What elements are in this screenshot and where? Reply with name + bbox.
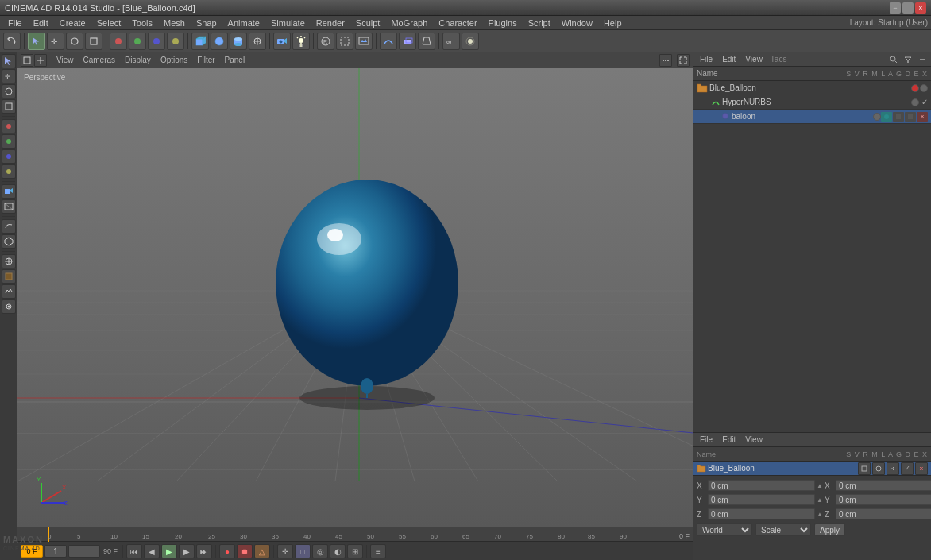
move-mode-button[interactable]: ✛ xyxy=(47,33,64,50)
step-back-button[interactable]: ◀ xyxy=(144,544,160,558)
step-forward-button[interactable]: ▶ xyxy=(179,544,195,558)
left-tool-16[interactable] xyxy=(2,299,16,314)
tag-teal[interactable] xyxy=(881,112,892,122)
attr-tab-file[interactable]: File xyxy=(697,434,716,445)
vp-menu-cameras[interactable]: Cameras xyxy=(80,55,119,65)
menu-help[interactable]: Help xyxy=(599,17,627,29)
baloon-dot[interactable] xyxy=(873,113,881,121)
attr-icon-1[interactable] xyxy=(858,462,871,475)
tag-x[interactable]: × xyxy=(917,112,928,122)
loop-button[interactable]: ∞ xyxy=(442,33,460,50)
hypernurbs-button[interactable] xyxy=(380,33,397,50)
render-to-pic-viewer[interactable] xyxy=(355,33,373,50)
motion-btn-1[interactable]: ✛ xyxy=(277,544,293,558)
render-region-button[interactable] xyxy=(336,33,353,50)
vp-menu-panel[interactable]: Panel xyxy=(222,55,249,65)
menu-sculpt[interactable]: Sculpt xyxy=(351,17,385,29)
light-button[interactable] xyxy=(292,33,310,50)
tag-dark-2[interactable] xyxy=(905,112,916,122)
dot-1[interactable] xyxy=(911,98,919,106)
menu-simulate[interactable]: Simulate xyxy=(266,17,310,29)
apply-button[interactable]: Apply xyxy=(814,523,845,536)
left-tool-7[interactable] xyxy=(2,149,16,164)
frame-progress-input[interactable] xyxy=(68,545,100,558)
obj-mode-button[interactable] xyxy=(110,33,127,50)
menu-plugins[interactable]: Plugins xyxy=(484,17,522,29)
minus-icon[interactable] xyxy=(917,54,928,65)
key-all-button[interactable]: △ xyxy=(254,544,270,558)
point-mode-button[interactable] xyxy=(129,33,146,50)
left-tool-11[interactable] xyxy=(2,219,16,234)
menu-render[interactable]: Render xyxy=(311,17,350,29)
viewport-3d[interactable]: Perspective X Y Z xyxy=(17,68,693,527)
left-tool-3[interactable] xyxy=(2,84,16,98)
left-tool-5[interactable] xyxy=(2,119,16,133)
maximize-button[interactable]: □ xyxy=(902,2,914,14)
play-button[interactable]: ▶ xyxy=(161,544,177,558)
goto-end-button[interactable]: ⏭ xyxy=(196,544,212,558)
motion-btn-2[interactable]: □ xyxy=(295,544,311,558)
sphere-button[interactable] xyxy=(211,33,228,50)
menu-mesh[interactable]: Mesh xyxy=(159,17,190,29)
vp-icon-2[interactable] xyxy=(34,54,47,67)
attr-z-input[interactable] xyxy=(708,508,815,519)
undo-button[interactable] xyxy=(3,33,21,50)
vp-menu-display[interactable]: Display xyxy=(122,55,154,65)
attr-tab-edit[interactable]: Edit xyxy=(719,434,739,445)
camera-button[interactable] xyxy=(273,33,291,50)
object-row-hypernurbs[interactable]: HyperNURBS ✓ xyxy=(693,95,931,110)
left-tool-9[interactable] xyxy=(2,184,16,199)
extrude-button[interactable] xyxy=(399,33,416,50)
obj-dot-vis[interactable] xyxy=(911,84,919,92)
left-tool-4[interactable] xyxy=(2,99,16,114)
left-tool-1[interactable] xyxy=(2,54,16,68)
left-tool-15[interactable] xyxy=(2,284,16,299)
attr-tab-view[interactable]: View xyxy=(742,434,766,445)
autokey-button[interactable]: ⏺ xyxy=(237,544,253,558)
attr-z-arrow[interactable]: ▲ xyxy=(817,511,823,518)
minimize-button[interactable]: − xyxy=(890,2,901,14)
menu-create[interactable]: Create xyxy=(55,17,91,29)
attr-y-arrow[interactable]: ▲ xyxy=(817,496,823,504)
menu-script[interactable]: Script xyxy=(523,17,555,29)
om-tab-edit[interactable]: Edit xyxy=(719,54,739,64)
vp-menu-options[interactable]: Options xyxy=(157,55,191,65)
vp-dots-icon[interactable] xyxy=(659,54,672,67)
timeline-ruler[interactable]: 0 5 10 15 20 25 30 35 40 45 50 55 60 65 … xyxy=(17,527,693,542)
attr-icon-check[interactable]: ✓ xyxy=(901,462,914,475)
object-row-baloon[interactable]: baloon xyxy=(693,110,931,124)
attr-rz-input[interactable] xyxy=(836,508,931,519)
motion-btn-3[interactable]: ◎ xyxy=(312,544,328,558)
cylinder-button[interactable] xyxy=(230,33,247,50)
attr-icon-x[interactable]: × xyxy=(915,462,928,475)
left-tool-13[interactable] xyxy=(2,254,16,268)
left-tool-6[interactable] xyxy=(2,134,16,149)
tag-dark-1[interactable] xyxy=(893,112,904,122)
attr-x-arrow-up[interactable]: ▲ xyxy=(817,482,823,489)
object-row-blue-balloon[interactable]: Blue_Balloon xyxy=(693,81,931,95)
menu-select[interactable]: Select xyxy=(92,17,126,29)
attr-y-input[interactable] xyxy=(708,494,815,505)
om-tab-view[interactable]: View xyxy=(742,54,766,64)
select-mode-button[interactable] xyxy=(28,33,45,50)
close-button[interactable]: × xyxy=(915,2,926,14)
edge-mode-button[interactable] xyxy=(148,33,165,50)
filter-icon[interactable] xyxy=(902,54,914,65)
attr-ry-input[interactable] xyxy=(836,494,931,505)
render-button[interactable]: R xyxy=(317,33,334,50)
menu-edit[interactable]: Edit xyxy=(29,17,53,29)
start-frame-input[interactable] xyxy=(44,545,67,558)
attr-x-input[interactable] xyxy=(708,480,815,491)
menu-mograph[interactable]: MoGraph xyxy=(386,17,432,29)
sun-button[interactable] xyxy=(462,33,479,50)
loft-button[interactable] xyxy=(418,33,435,50)
record-button[interactable]: ● xyxy=(219,544,235,558)
om-tab-file[interactable]: File xyxy=(697,54,716,64)
poly-mode-button[interactable] xyxy=(167,33,184,50)
menu-character[interactable]: Character xyxy=(434,17,481,29)
vp-expand-icon[interactable] xyxy=(677,54,690,67)
world-dropdown[interactable]: World Object xyxy=(697,523,752,536)
motion-btn-5[interactable]: ⊞ xyxy=(347,544,363,558)
menu-snap[interactable]: Snap xyxy=(191,17,222,29)
left-tool-12[interactable] xyxy=(2,234,16,249)
